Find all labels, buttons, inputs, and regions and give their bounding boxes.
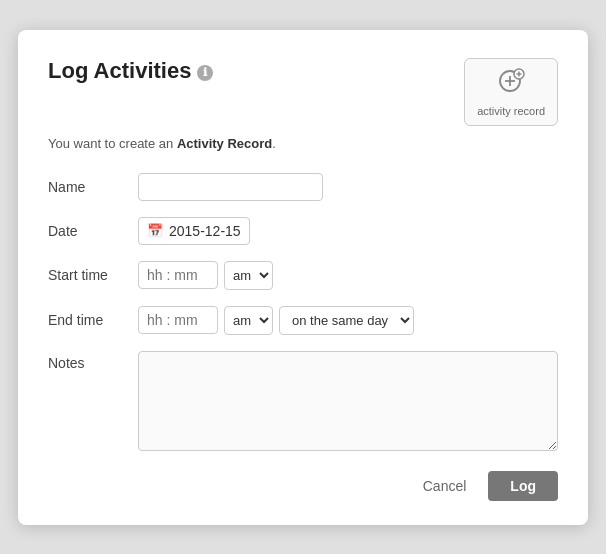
end-time-input[interactable]	[138, 306, 218, 334]
name-row: Name	[48, 173, 558, 201]
log-button[interactable]: Log	[488, 471, 558, 501]
date-row: Date 📅 2015-12-15	[48, 217, 558, 245]
activity-record-label: activity record	[477, 105, 545, 117]
end-day-select[interactable]: on the same day next day	[279, 306, 414, 335]
start-ampm-select[interactable]: am pm	[224, 261, 273, 290]
end-time-row: End time am pm on the same day next day	[48, 306, 558, 335]
name-label: Name	[48, 179, 138, 195]
name-input[interactable]	[138, 173, 323, 201]
start-time-label: Start time	[48, 267, 138, 283]
date-label: Date	[48, 223, 138, 239]
activity-record-icon	[497, 67, 525, 101]
log-activities-dialog: Log Activities ℹ activity record You wan…	[18, 30, 588, 525]
dialog-footer: Cancel Log	[48, 471, 558, 501]
notes-textarea[interactable]	[138, 351, 558, 451]
info-icon[interactable]: ℹ	[197, 65, 213, 81]
dialog-header: Log Activities ℹ activity record	[48, 58, 558, 126]
start-time-group: am pm	[138, 261, 273, 290]
calendar-icon: 📅	[147, 223, 163, 238]
title-area: Log Activities ℹ	[48, 58, 213, 84]
cancel-button[interactable]: Cancel	[413, 472, 477, 500]
start-time-input[interactable]	[138, 261, 218, 289]
activity-record-button[interactable]: activity record	[464, 58, 558, 126]
notes-label: Notes	[48, 351, 138, 371]
start-time-row: Start time am pm	[48, 261, 558, 290]
end-time-label: End time	[48, 312, 138, 328]
notes-row: Notes	[48, 351, 558, 451]
dialog-title: Log Activities	[48, 58, 191, 84]
date-value: 2015-12-15	[169, 223, 241, 239]
dialog-subtitle: You want to create an Activity Record.	[48, 136, 558, 151]
date-picker[interactable]: 📅 2015-12-15	[138, 217, 250, 245]
end-ampm-select[interactable]: am pm	[224, 306, 273, 335]
end-time-group: am pm on the same day next day	[138, 306, 414, 335]
